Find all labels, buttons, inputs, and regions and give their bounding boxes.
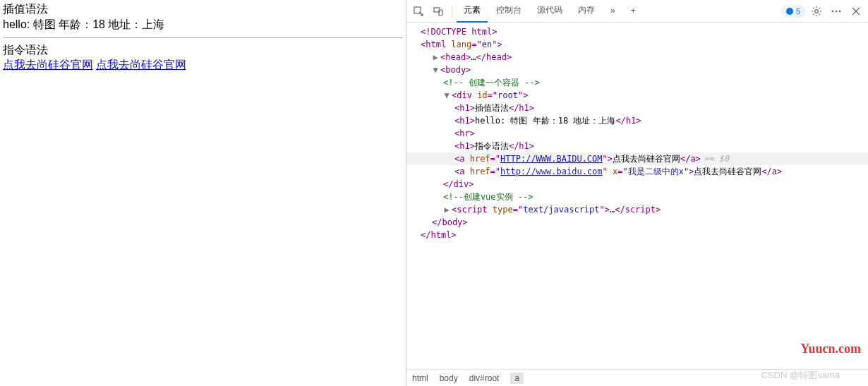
heading-hello: hello: 特图 年龄：18 地址：上海: [3, 17, 403, 32]
tab-memory[interactable]: 内存: [571, 0, 602, 23]
inspect-icon[interactable]: [409, 3, 428, 20]
tab-elements[interactable]: 元素: [457, 0, 488, 23]
link-shangguigu-2[interactable]: 点我去尚硅谷官网: [96, 59, 186, 71]
rendered-page: 插值语法 hello: 特图 年龄：18 地址：上海 指令语法 点我去尚硅谷官网…: [0, 0, 406, 386]
breadcrumb: html body div#root a: [406, 369, 868, 386]
dom-html-close[interactable]: </html>: [421, 230, 457, 240]
dom-row-hr[interactable]: <hr>: [406, 127, 868, 140]
issues-dot-icon: [786, 8, 793, 15]
dom-row-h1a[interactable]: <h1>插值语法</h1>: [406, 102, 868, 114]
dom-comment-vue[interactable]: <!--创建vue实例 -->: [443, 192, 533, 202]
expand-script-icon[interactable]: ▶: [443, 203, 450, 216]
crumb-html[interactable]: html: [412, 373, 428, 383]
svg-point-3: [815, 9, 819, 13]
collapse-div-icon[interactable]: ▼: [443, 89, 450, 102]
dom-doctype[interactable]: <!DOCTYPE html>: [421, 27, 497, 37]
gear-icon[interactable]: [807, 3, 826, 20]
dom-comment-container[interactable]: <!-- 创建一个容器 -->: [443, 78, 540, 88]
dom-row-h1b[interactable]: <h1>hello: 特图 年龄：18 地址：上海</h1>: [406, 114, 868, 127]
crumb-a[interactable]: a: [510, 373, 524, 384]
dom-html-open[interactable]: <html lang="en">: [421, 40, 502, 49]
svg-point-4: [832, 10, 834, 12]
crumb-body[interactable]: body: [440, 373, 458, 383]
dom-head[interactable]: <head>: [440, 52, 471, 62]
tab-add[interactable]: +: [624, 0, 643, 23]
heading-directive: 指令语法: [3, 42, 403, 58]
tab-sources[interactable]: 源代码: [530, 0, 569, 23]
dom-div-close[interactable]: </div>: [443, 179, 474, 189]
dom-row-a2[interactable]: <a href="http://www.baidu.com" x="我是二级中的…: [406, 165, 868, 178]
more-icon[interactable]: [827, 3, 845, 20]
separator: [452, 5, 452, 18]
divider: [3, 37, 403, 38]
close-icon[interactable]: [847, 3, 865, 20]
tab-overflow[interactable]: »: [603, 0, 622, 23]
crumb-divroot[interactable]: div#root: [469, 373, 500, 383]
tab-console[interactable]: 控制台: [489, 0, 529, 23]
dom-div-open[interactable]: <div id="root">: [452, 90, 528, 100]
dom-body-close[interactable]: </body>: [432, 217, 468, 227]
link-shangguigu-1[interactable]: 点我去尚硅谷官网: [3, 59, 93, 71]
devtools-panel: 元素 控制台 源代码 内存 » + 5 <!DOCTYPE html> <htm…: [406, 0, 868, 386]
devtools-toolbar: 元素 控制台 源代码 内存 » + 5: [406, 0, 868, 23]
dom-row-h1c[interactable]: <h1>指令语法</h1>: [406, 140, 868, 152]
device-toggle-icon[interactable]: [429, 3, 447, 20]
svg-point-6: [839, 10, 841, 12]
issues-badge[interactable]: 5: [780, 5, 806, 18]
dom-row-script[interactable]: ▶<script type="text/javascript">…</scrip…: [406, 203, 868, 216]
issues-count: 5: [796, 7, 800, 16]
dom-row-a1-selected[interactable]: <a href="HTTP://WWW.BAIDU.COM">点我去尚硅谷官网<…: [406, 152, 868, 165]
heading-interpolation: 插值语法: [3, 1, 403, 17]
dom-tree[interactable]: <!DOCTYPE html> <html lang="en"> ▶<head>…: [406, 23, 868, 369]
expand-head-icon[interactable]: ▶: [432, 51, 439, 64]
svg-point-5: [836, 10, 838, 12]
dom-body-open[interactable]: <body>: [440, 65, 471, 75]
collapse-body-icon[interactable]: ▼: [432, 64, 439, 76]
